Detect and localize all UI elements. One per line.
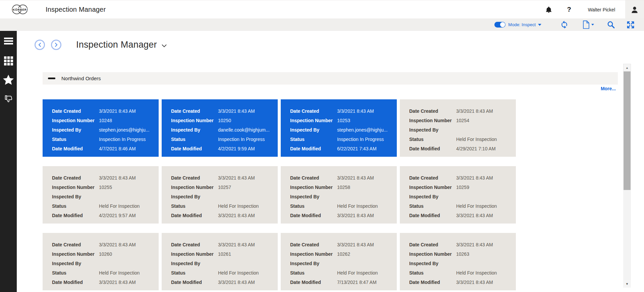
- card-field-row: Date Created3/3/2021 8:43 AM: [171, 173, 278, 183]
- field-label: Inspection Number: [171, 118, 218, 123]
- field-value: Held For Inspection: [337, 270, 378, 276]
- field-label: Inspection Number: [290, 185, 337, 190]
- field-value: 3/3/2021 8:43 AM: [218, 108, 255, 114]
- card-field-row: Inspection Number10261: [171, 249, 278, 259]
- inspection-card[interactable]: Date Created3/3/2021 8:43 AMInspection N…: [162, 99, 278, 157]
- card-field-row: Inspection Number10263: [409, 249, 516, 259]
- card-field-row: Date Created3/3/2021 8:43 AM: [52, 240, 159, 249]
- user-profile-button[interactable]: [625, 0, 644, 19]
- field-value: Inspection In Progress: [218, 137, 265, 142]
- card-field-row: Date Created3/3/2021 8:43 AM: [290, 173, 397, 183]
- card-field-row: Date Created3/3/2021 8:43 AM: [290, 106, 397, 116]
- field-value: Held For Inspection: [99, 270, 140, 276]
- scrollbar-thumb[interactable]: [624, 71, 631, 190]
- field-value: 3/3/2021 8:43 AM: [337, 175, 374, 181]
- field-label: Date Modified: [171, 146, 218, 151]
- field-value: 3/3/2021 8:43 AM: [218, 242, 255, 247]
- nav-back-button[interactable]: [35, 40, 45, 50]
- field-label: Date Created: [409, 175, 456, 181]
- card-field-row: Date Modified4/2/2021 9:57 AM: [52, 211, 159, 220]
- card-field-row: Inspected By: [171, 259, 278, 268]
- inspection-card[interactable]: Date Created3/3/2021 8:43 AMInspection N…: [162, 166, 278, 224]
- more-link[interactable]: More...: [601, 86, 616, 91]
- field-label: Status: [409, 203, 456, 209]
- card-field-row: Inspection Number10258: [290, 183, 397, 192]
- field-label: Date Modified: [290, 280, 337, 285]
- inspection-card[interactable]: Date Created3/3/2021 8:43 AMInspection N…: [400, 99, 516, 157]
- vertical-scrollbar[interactable]: ▲ ▼: [623, 64, 631, 288]
- field-label: Inspected By: [409, 194, 456, 199]
- card-field-row: Date Created3/3/2021 8:43 AM: [409, 106, 516, 116]
- field-label: Date Modified: [52, 280, 99, 285]
- field-value: 3/3/2021 8:43 AM: [99, 280, 136, 285]
- inspection-card[interactable]: Date Created3/3/2021 8:43 AMInspection N…: [43, 166, 159, 224]
- field-value: 3/3/2021 8:43 AM: [218, 175, 255, 181]
- field-value: 10261: [218, 251, 231, 257]
- card-field-row: StatusHeld For Inspection: [409, 135, 516, 144]
- field-value: 3/3/2021 8:43 AM: [337, 108, 374, 114]
- field-value: 10248: [99, 118, 112, 123]
- field-label: Date Modified: [171, 280, 218, 285]
- document-icon[interactable]: [583, 20, 594, 29]
- field-value: 3/3/2021 8:43 AM: [456, 280, 493, 285]
- logo-text: KÖRBER: [13, 8, 27, 11]
- field-label: Date Created: [290, 108, 337, 114]
- card-field-row: StatusInspection In Progress: [171, 135, 278, 144]
- card-field-row: Inspected By: [290, 192, 397, 201]
- mode-caret-icon[interactable]: [538, 24, 541, 26]
- inspection-card[interactable]: Date Created3/3/2021 8:43 AMInspection N…: [281, 166, 397, 224]
- field-label: Date Modified: [409, 280, 456, 285]
- field-label: Date Modified: [52, 146, 99, 151]
- inspection-card[interactable]: Date Created3/3/2021 8:43 AMInspection N…: [43, 99, 159, 157]
- field-label: Date Created: [52, 108, 99, 114]
- card-field-row: StatusHeld For Inspection: [171, 201, 278, 211]
- notifications-bell-icon[interactable]: [545, 6, 552, 14]
- card-field-row: Date Created3/3/2021 8:43 AM: [171, 106, 278, 116]
- card-field-row: Inspected By: [52, 259, 159, 268]
- card-field-row: StatusInspection In Progress: [52, 135, 159, 144]
- field-label: Status: [52, 270, 99, 276]
- collapse-section-icon[interactable]: [48, 78, 55, 79]
- inspection-card[interactable]: Date Created3/3/2021 8:43 AMInspection N…: [43, 233, 159, 290]
- field-value: 10259: [456, 185, 469, 190]
- field-label: Inspected By: [290, 127, 337, 133]
- card-field-row: Inspection Number10250: [171, 116, 278, 125]
- field-label: Date Modified: [52, 213, 99, 218]
- refresh-icon[interactable]: [560, 20, 569, 29]
- inspection-card[interactable]: Date Created3/3/2021 8:43 AMInspection N…: [162, 233, 278, 290]
- field-value: 4/7/2021 8:46 AM: [99, 146, 136, 151]
- field-value: 3/3/2021 8:43 AM: [218, 213, 255, 218]
- field-value: 7/13/2021 8:47 AM: [337, 280, 377, 285]
- card-field-row: Inspected By: [409, 125, 516, 135]
- help-icon[interactable]: ?: [567, 6, 571, 13]
- apps-grid-icon[interactable]: [0, 56, 17, 65]
- field-label: Status: [52, 137, 99, 142]
- field-value: 3/3/2021 8:43 AM: [337, 213, 374, 218]
- mode-label[interactable]: Mode: Inspect: [508, 22, 536, 27]
- page-title-chevron-icon[interactable]: [162, 43, 167, 49]
- scroll-up-icon[interactable]: ▲: [623, 64, 631, 71]
- inspection-card[interactable]: Date Created3/3/2021 8:43 AMInspection N…: [281, 233, 397, 290]
- field-label: Inspection Number: [52, 185, 99, 190]
- thumbs-down-icon[interactable]: [0, 95, 17, 103]
- field-label: Inspected By: [52, 261, 99, 266]
- card-field-row: StatusHeld For Inspection: [52, 268, 159, 278]
- favorites-star-icon[interactable]: [0, 75, 17, 85]
- scroll-down-icon[interactable]: ▼: [623, 280, 631, 288]
- expand-fullscreen-icon[interactable]: [627, 21, 635, 29]
- field-value: Held For Inspection: [337, 203, 378, 209]
- search-icon[interactable]: [607, 20, 615, 29]
- field-label: Inspected By: [409, 127, 456, 133]
- nav-forward-button[interactable]: [51, 40, 61, 50]
- inspection-card[interactable]: Date Created3/3/2021 8:43 AMInspection N…: [281, 99, 397, 157]
- field-value: 3/3/2021 8:43 AM: [99, 108, 136, 114]
- field-label: Status: [290, 137, 337, 142]
- card-field-row: Date Created3/3/2021 8:43 AM: [171, 240, 278, 249]
- mode-toggle[interactable]: [494, 22, 505, 28]
- section-title: Northwind Orders: [61, 76, 101, 81]
- hamburger-menu-icon[interactable]: [0, 38, 17, 45]
- inspection-card[interactable]: Date Created3/3/2021 8:43 AMInspection N…: [400, 233, 516, 290]
- card-field-row: Inspection Number10259: [409, 183, 516, 192]
- card-field-row: Inspection Number10248: [52, 116, 159, 125]
- inspection-card[interactable]: Date Created3/3/2021 8:43 AMInspection N…: [400, 166, 516, 224]
